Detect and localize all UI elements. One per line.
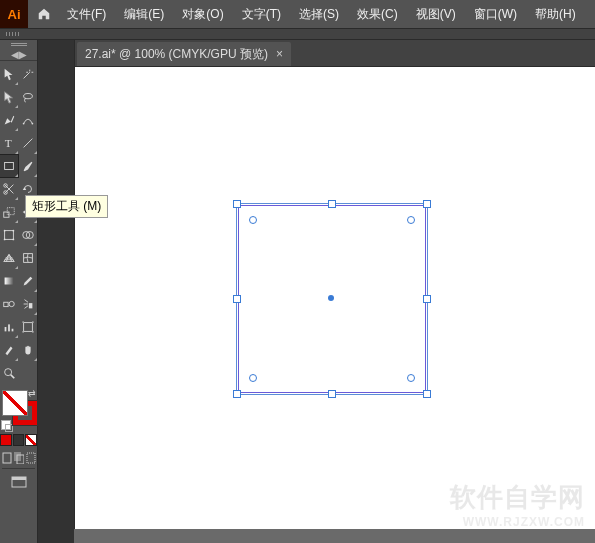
blend-tool[interactable] bbox=[0, 293, 18, 315]
free-transform-tool[interactable] bbox=[0, 224, 18, 246]
svg-point-1 bbox=[23, 123, 25, 125]
corner-widget-sw[interactable] bbox=[249, 374, 257, 382]
tool-tooltip: 矩形工具 (M) bbox=[25, 195, 108, 218]
menu-file[interactable]: 文件(F) bbox=[58, 0, 115, 28]
svg-point-2 bbox=[32, 123, 34, 125]
panel-column-toggle[interactable]: ◀▶ bbox=[0, 48, 37, 61]
app-logo: Ai bbox=[0, 0, 28, 28]
handle-w[interactable] bbox=[233, 295, 241, 303]
direct-selection-tool[interactable] bbox=[0, 86, 18, 108]
column-graph-tool[interactable] bbox=[0, 316, 18, 338]
draw-inside-icon[interactable] bbox=[25, 451, 37, 465]
menu-view[interactable]: 视图(V) bbox=[407, 0, 465, 28]
gradient-tool[interactable] bbox=[0, 270, 18, 292]
svg-point-26 bbox=[5, 369, 12, 376]
artboard-tool[interactable] bbox=[19, 316, 37, 338]
handle-e[interactable] bbox=[423, 295, 431, 303]
watermark-title: 软件自学网 bbox=[450, 480, 585, 515]
document-tab[interactable]: 27.ai* @ 100% (CMYK/GPU 预览) × bbox=[77, 42, 291, 66]
svg-point-13 bbox=[4, 239, 6, 241]
menu-edit[interactable]: 编辑(E) bbox=[115, 0, 173, 28]
svg-rect-24 bbox=[12, 329, 14, 332]
menu-object[interactable]: 对象(O) bbox=[173, 0, 232, 28]
menu-help[interactable]: 帮助(H) bbox=[526, 0, 585, 28]
svg-point-11 bbox=[4, 230, 6, 232]
svg-rect-5 bbox=[5, 163, 14, 170]
paintbrush-tool[interactable] bbox=[19, 155, 37, 177]
svg-rect-18 bbox=[5, 278, 14, 285]
swap-fill-stroke-icon[interactable]: ⇄ bbox=[28, 388, 36, 398]
svg-rect-9 bbox=[7, 208, 14, 215]
svg-rect-23 bbox=[8, 324, 10, 331]
line-segment-tool[interactable] bbox=[19, 132, 37, 154]
menu-bar: Ai 文件(F) 编辑(E) 对象(O) 文字(T) 选择(S) 效果(C) 视… bbox=[0, 0, 595, 29]
tools-panel: ◀▶ T bbox=[0, 40, 38, 543]
panel-grip[interactable] bbox=[0, 40, 37, 48]
menu-type[interactable]: 文字(T) bbox=[233, 0, 290, 28]
close-icon[interactable]: × bbox=[276, 47, 283, 61]
svg-rect-28 bbox=[3, 453, 11, 463]
svg-rect-21 bbox=[29, 303, 33, 308]
draw-behind-icon[interactable] bbox=[13, 451, 25, 465]
slice-tool[interactable] bbox=[0, 339, 18, 361]
menu-select[interactable]: 选择(S) bbox=[290, 0, 348, 28]
magic-wand-tool[interactable] bbox=[19, 63, 37, 85]
center-point bbox=[328, 295, 334, 301]
default-fill-stroke-icon[interactable] bbox=[1, 420, 11, 430]
handle-ne[interactable] bbox=[423, 200, 431, 208]
symbol-sprayer-tool[interactable] bbox=[19, 293, 37, 315]
svg-rect-33 bbox=[12, 477, 26, 480]
document-tab-bar: 27.ai* @ 100% (CMYK/GPU 预览) × bbox=[75, 40, 595, 67]
rectangle-tool[interactable] bbox=[0, 155, 18, 177]
corner-widget-se[interactable] bbox=[407, 374, 415, 382]
menu-window[interactable]: 窗口(W) bbox=[465, 0, 526, 28]
eyedropper-tool[interactable] bbox=[19, 270, 37, 292]
handle-nw[interactable] bbox=[233, 200, 241, 208]
selection-tool[interactable] bbox=[0, 63, 18, 85]
svg-rect-10 bbox=[5, 231, 14, 240]
shape-builder-tool[interactable] bbox=[19, 224, 37, 246]
fill-stroke-indicator[interactable]: ⇄ bbox=[0, 388, 37, 430]
menu-effect[interactable]: 效果(C) bbox=[348, 0, 407, 28]
svg-rect-19 bbox=[4, 302, 8, 306]
svg-line-27 bbox=[11, 375, 15, 379]
control-bar[interactable] bbox=[0, 29, 595, 40]
svg-point-20 bbox=[9, 301, 14, 306]
svg-point-14 bbox=[13, 239, 15, 241]
color-swatch-dark[interactable] bbox=[13, 434, 25, 446]
document-tab-title: 27.ai* @ 100% (CMYK/GPU 预览) bbox=[85, 46, 268, 63]
mesh-tool[interactable] bbox=[19, 247, 37, 269]
grip-icon bbox=[6, 32, 20, 36]
color-swatch-none[interactable] bbox=[25, 434, 37, 446]
scale-tool[interactable] bbox=[0, 201, 18, 223]
panel-gap bbox=[38, 40, 75, 543]
canvas[interactable]: 软件自学网 WWW.RJZXW.COM bbox=[75, 67, 595, 543]
corner-widget-ne[interactable] bbox=[407, 216, 415, 224]
status-bar bbox=[74, 529, 595, 543]
scissors-tool[interactable] bbox=[0, 178, 18, 200]
curvature-tool[interactable] bbox=[19, 109, 37, 131]
zoom-tool[interactable] bbox=[0, 362, 18, 384]
hand-tool[interactable] bbox=[19, 339, 37, 361]
svg-rect-31 bbox=[27, 453, 35, 463]
fill-swatch[interactable] bbox=[2, 390, 28, 416]
watermark: 软件自学网 WWW.RJZXW.COM bbox=[450, 480, 585, 529]
handle-se[interactable] bbox=[423, 390, 431, 398]
handle-sw[interactable] bbox=[233, 390, 241, 398]
screen-mode[interactable] bbox=[0, 475, 37, 489]
draw-normal-icon[interactable] bbox=[1, 451, 13, 465]
corner-widget-nw[interactable] bbox=[249, 216, 257, 224]
perspective-grid-tool[interactable] bbox=[0, 247, 18, 269]
lasso-tool[interactable] bbox=[19, 86, 37, 108]
color-swatch-red[interactable] bbox=[0, 434, 12, 446]
pen-tool[interactable] bbox=[0, 109, 18, 131]
handle-n[interactable] bbox=[328, 200, 336, 208]
handle-s[interactable] bbox=[328, 390, 336, 398]
empty-tool-slot bbox=[19, 362, 37, 384]
svg-line-4 bbox=[24, 139, 33, 148]
color-mode-row bbox=[0, 434, 37, 446]
home-icon[interactable] bbox=[30, 0, 58, 28]
svg-text:T: T bbox=[5, 137, 12, 149]
type-tool[interactable]: T bbox=[0, 132, 18, 154]
svg-rect-25 bbox=[24, 323, 33, 332]
